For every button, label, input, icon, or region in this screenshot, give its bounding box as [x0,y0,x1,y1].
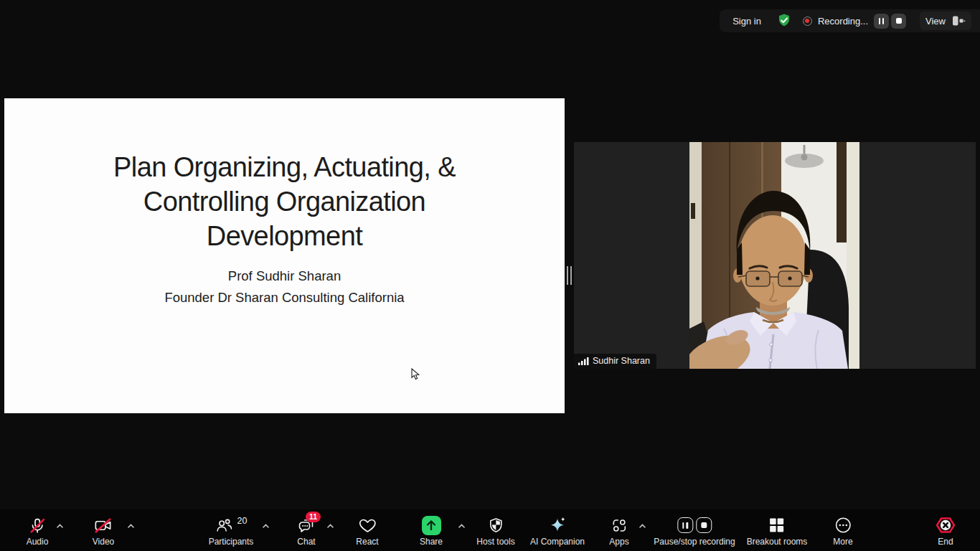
panel-resize-handle[interactable] [567,266,573,285]
ellipsis-circle-icon [834,515,852,535]
slide-subtitle: Prof Sudhir Sharan Founder Dr Sharan Con… [4,265,565,309]
heart-icon [358,515,377,535]
recording-dot-icon [803,17,812,26]
shield-checker-icon [487,515,504,535]
react-button[interactable]: React [356,515,378,547]
pause-stop-recording-button[interactable]: Pause/stop recording [654,515,735,547]
recording-status: Recording... [818,16,868,27]
ai-companion-button[interactable]: AI Companion [530,515,585,547]
grid-squares-icon [768,515,786,535]
chat-button[interactable]: 11 Chat [297,515,316,547]
audio-button[interactable]: Audio [27,515,49,547]
video-tile[interactable]: Sudhir Sharan [574,142,976,369]
meeting-toolbar: Audio Video [0,509,980,551]
participant-name: Sudhir Sharan [593,356,650,366]
zoom-meeting-window: Sign in Recording... View [0,0,980,551]
video-button[interactable]: Video [93,515,114,547]
participants-count: 20 [237,516,248,526]
stop-recording-icon[interactable] [696,517,712,533]
breakout-rooms-button[interactable]: Breakout rooms [747,515,808,547]
end-hexagon-x-icon [935,515,956,535]
host-tools-button[interactable]: Host tools [476,515,514,547]
participant-video-feed [689,142,859,369]
stop-recording-button[interactable] [891,14,906,29]
audio-options-chevron-icon[interactable] [57,524,63,528]
participants-options-chevron-icon[interactable] [263,524,269,528]
more-button[interactable]: More [833,515,852,547]
share-options-chevron-icon[interactable] [458,524,465,528]
share-button[interactable]: Share [420,515,443,547]
shared-screen-slide: Plan Organizing, Actuating, & Controllin… [4,98,565,413]
camera-off-icon [94,515,113,535]
video-options-chevron-icon[interactable] [128,524,134,528]
encryption-shield-icon[interactable] [777,13,791,29]
apps-button[interactable]: Apps [609,515,628,547]
chat-bubble-icon: 11 [297,517,316,534]
share-arrow-icon [422,516,441,535]
view-layout-icon [951,14,966,27]
sparkle-icon [548,515,567,535]
view-button[interactable]: View [920,11,971,30]
microphone-muted-icon [28,515,46,535]
topbar: Sign in Recording... View [720,9,980,32]
participant-name-tag: Sudhir Sharan [574,354,656,369]
apps-circles-icon [610,515,628,535]
chat-unread-badge: 11 [306,512,321,522]
view-label: View [925,16,946,27]
participants-icon [215,517,234,534]
slide-title: Plan Organizing, Actuating, & Controllin… [4,150,565,253]
pause-recording-button[interactable] [874,14,889,29]
sign-in-button[interactable]: Sign in [732,16,761,27]
participants-button[interactable]: 20 Participants [209,515,254,547]
end-meeting-button[interactable]: End [935,515,956,547]
apps-options-chevron-icon[interactable] [639,524,646,528]
signal-bars-icon [578,357,589,365]
pause-recording-icon[interactable] [677,517,693,533]
chat-options-chevron-icon[interactable] [327,524,334,528]
mouse-cursor-icon [411,368,420,381]
